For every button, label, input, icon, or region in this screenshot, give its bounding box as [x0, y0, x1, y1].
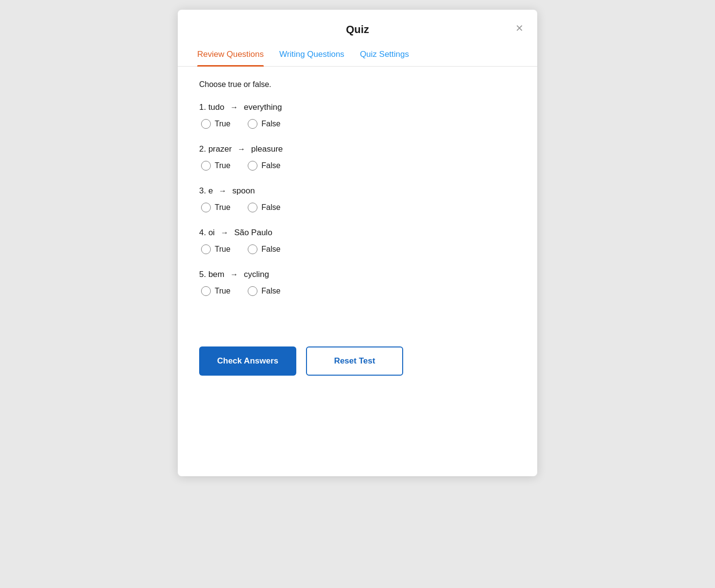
question-block-3: 3. e → spoon True False: [199, 186, 516, 212]
radio-false-label-4[interactable]: False: [248, 244, 280, 254]
radio-true-label-1[interactable]: True: [201, 119, 230, 129]
quiz-modal: Quiz ✕ Review Questions Writing Question…: [178, 10, 537, 476]
radio-group-4: True False: [199, 244, 516, 254]
radio-false-5[interactable]: [248, 286, 257, 296]
radio-true-4[interactable]: [201, 244, 211, 254]
question-block-2: 2. prazer → pleasure True False: [199, 144, 516, 171]
radio-true-label-2[interactable]: True: [201, 161, 230, 171]
false-text-1: False: [261, 120, 280, 128]
modal-title: Quiz: [346, 23, 369, 36]
question-block-4: 4. oi → São Paulo True False: [199, 228, 516, 254]
question-text-5: 5. bem → cycling: [199, 270, 516, 279]
instruction-text: Choose true or false.: [199, 80, 516, 89]
true-text-2: True: [215, 161, 230, 170]
question-text-4: 4. oi → São Paulo: [199, 228, 516, 238]
footer: Check Answers Reset Test: [178, 346, 537, 376]
question-translation-1: everything: [244, 103, 282, 112]
arrow-icon-2: →: [238, 145, 245, 154]
question-text-3: 3. e → spoon: [199, 186, 516, 196]
question-text-2: 2. prazer → pleasure: [199, 144, 516, 154]
radio-false-label-2[interactable]: False: [248, 161, 280, 171]
question-num-4: 4. oi: [199, 228, 215, 238]
tab-review-questions[interactable]: Review Questions: [197, 50, 264, 66]
question-num-2: 2. prazer: [199, 144, 232, 154]
arrow-icon-5: →: [230, 270, 238, 279]
radio-false-3[interactable]: [248, 203, 257, 212]
question-translation-2: pleasure: [251, 144, 283, 154]
reset-test-button[interactable]: Reset Test: [306, 346, 403, 376]
tab-bar: Review Questions Writing Questions Quiz …: [178, 40, 537, 67]
false-text-5: False: [261, 287, 280, 295]
arrow-icon-1: →: [230, 103, 238, 112]
true-text-5: True: [215, 287, 230, 295]
radio-true-3[interactable]: [201, 203, 211, 212]
question-text-1: 1. tudo → everything: [199, 103, 516, 112]
radio-false-label-5[interactable]: False: [248, 286, 280, 296]
radio-true-label-5[interactable]: True: [201, 286, 230, 296]
radio-true-5[interactable]: [201, 286, 211, 296]
radio-true-label-4[interactable]: True: [201, 244, 230, 254]
check-answers-button[interactable]: Check Answers: [199, 346, 296, 376]
radio-true-1[interactable]: [201, 119, 211, 129]
question-block-5: 5. bem → cycling True False: [199, 270, 516, 296]
radio-false-4[interactable]: [248, 244, 257, 254]
tab-writing-questions[interactable]: Writing Questions: [279, 50, 344, 66]
question-translation-3: spoon: [232, 186, 255, 196]
true-text-1: True: [215, 120, 230, 128]
close-button[interactable]: ✕: [511, 21, 528, 35]
false-text-4: False: [261, 245, 280, 254]
radio-false-1[interactable]: [248, 119, 257, 129]
true-text-3: True: [215, 203, 230, 212]
question-num-5: 5. bem: [199, 270, 224, 279]
tab-content: Choose true or false. 1. tudo → everythi…: [178, 67, 537, 327]
true-text-4: True: [215, 245, 230, 254]
modal-header: Quiz ✕: [178, 10, 537, 36]
question-translation-4: São Paulo: [234, 228, 272, 238]
arrow-icon-4: →: [221, 228, 228, 237]
radio-true-2[interactable]: [201, 161, 211, 171]
question-num-1: 1. tudo: [199, 103, 224, 112]
radio-false-label-3[interactable]: False: [248, 203, 280, 212]
radio-false-2[interactable]: [248, 161, 257, 171]
arrow-icon-3: →: [219, 187, 226, 195]
questions-container: 1. tudo → everything True False 2. praze…: [199, 103, 516, 296]
radio-true-label-3[interactable]: True: [201, 203, 230, 212]
false-text-3: False: [261, 203, 280, 212]
question-num-3: 3. e: [199, 186, 213, 196]
radio-group-2: True False: [199, 161, 516, 171]
radio-group-1: True False: [199, 119, 516, 129]
false-text-2: False: [261, 161, 280, 170]
tab-quiz-settings[interactable]: Quiz Settings: [360, 50, 409, 66]
radio-false-label-1[interactable]: False: [248, 119, 280, 129]
radio-group-3: True False: [199, 203, 516, 212]
question-block-1: 1. tudo → everything True False: [199, 103, 516, 129]
question-translation-5: cycling: [244, 270, 269, 279]
radio-group-5: True False: [199, 286, 516, 296]
